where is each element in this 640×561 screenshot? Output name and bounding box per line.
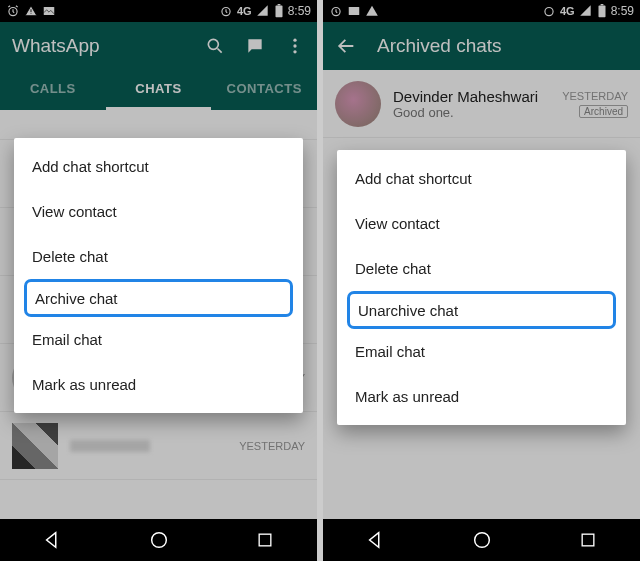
svg-point-9 xyxy=(152,533,167,548)
svg-point-16 xyxy=(475,533,490,548)
phone-right: 4G 8:59 Archived chats Devinder Maheshwa… xyxy=(323,0,640,561)
context-menu: Add chat shortcut View contact Delete ch… xyxy=(14,138,303,413)
back-icon[interactable] xyxy=(42,529,64,551)
menu-unarchive-chat[interactable]: Unarchive chat xyxy=(347,291,616,329)
menu-delete-chat[interactable]: Delete chat xyxy=(14,234,303,279)
menu-archive-chat[interactable]: Archive chat xyxy=(24,279,293,317)
recent-icon[interactable] xyxy=(255,530,275,550)
context-menu: Add chat shortcut View contact Delete ch… xyxy=(337,150,626,425)
home-icon[interactable] xyxy=(471,529,493,551)
svg-rect-17 xyxy=(582,534,594,546)
nav-bar xyxy=(0,519,317,561)
menu-view-contact[interactable]: View contact xyxy=(14,189,303,234)
nav-bar xyxy=(323,519,640,561)
back-icon[interactable] xyxy=(365,529,387,551)
svg-rect-10 xyxy=(259,534,271,546)
menu-add-shortcut[interactable]: Add chat shortcut xyxy=(14,144,303,189)
menu-mark-unread[interactable]: Mark as unread xyxy=(337,374,626,419)
menu-view-contact[interactable]: View contact xyxy=(337,201,626,246)
menu-email-chat[interactable]: Email chat xyxy=(14,317,303,362)
recent-icon[interactable] xyxy=(578,530,598,550)
menu-delete-chat[interactable]: Delete chat xyxy=(337,246,626,291)
menu-add-shortcut[interactable]: Add chat shortcut xyxy=(337,156,626,201)
phone-left: 4G 8:59 WhatsApp CALLS CHATS CONTACTS xyxy=(0,0,317,561)
menu-email-chat[interactable]: Email chat xyxy=(337,329,626,374)
home-icon[interactable] xyxy=(148,529,170,551)
menu-mark-unread[interactable]: Mark as unread xyxy=(14,362,303,407)
